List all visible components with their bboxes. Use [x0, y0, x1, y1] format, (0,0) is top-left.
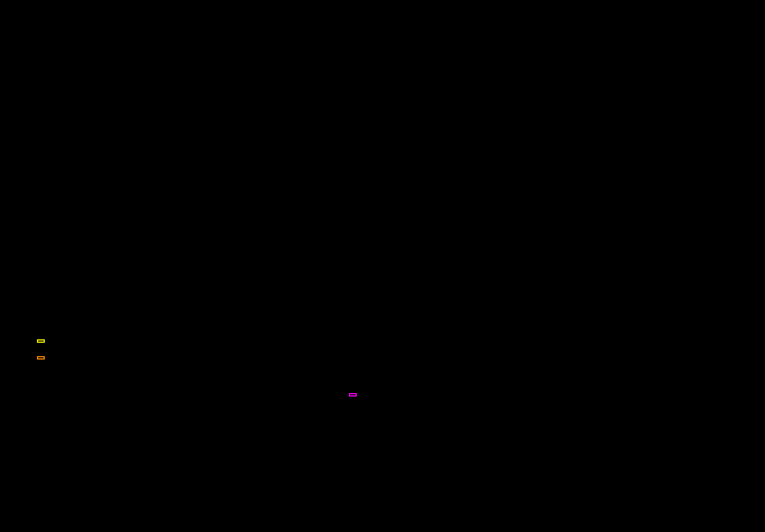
parameter-table-header: [501, 15, 762, 25]
cape-profile-box-label: [37, 339, 45, 343]
sounding-analysis-screen: { "header": { "station": "Station: 10739…: [0, 0, 765, 532]
lcl-box-label: [349, 393, 357, 396]
parameter-table: [501, 15, 762, 25]
skewt-chart: [0, 0, 765, 532]
cinh-profile-box-label: [37, 356, 45, 360]
